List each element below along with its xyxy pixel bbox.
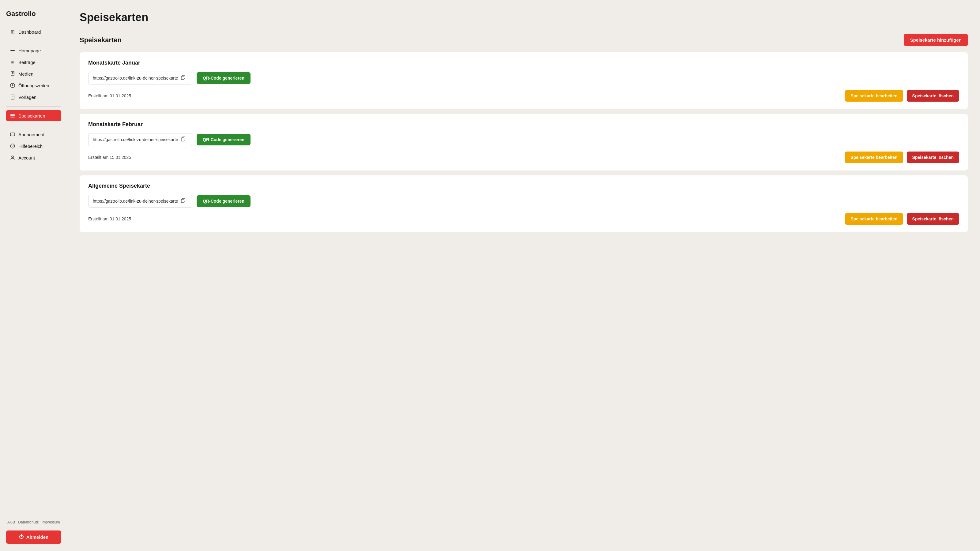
oeffnungszeiten-icon (10, 83, 15, 88)
brand-logo: Gastrolio (6, 10, 61, 18)
svg-rect-4 (12, 72, 13, 73)
sidebar-bottom: AGB Datenschutz Impressum Abmelden (6, 518, 61, 544)
svg-point-19 (12, 156, 13, 158)
sidebar-item-label-beitraege: Beiträge (18, 60, 35, 65)
sidebar-nav: ⊞ Dashboard Homepage ≡ Beiträge Medien (6, 26, 61, 518)
homepage-icon (10, 48, 15, 53)
svg-rect-14 (10, 117, 15, 118)
menu-card-footer-januar: Erstellt am 01.01.2025 Speisekarte bearb… (88, 90, 959, 102)
sidebar-item-hilfebereich[interactable]: ? Hilfebereich (6, 140, 61, 151)
copy-icon-allgemein[interactable] (181, 198, 186, 204)
sidebar-divider-1 (6, 41, 61, 41)
delete-button-januar[interactable]: Speisekarte löschen (907, 90, 959, 102)
sidebar-item-medien[interactable]: Medien (6, 68, 61, 79)
url-text-allgemein: https://gastrolio.de/link-zu-deiner-spei… (93, 198, 178, 203)
sidebar-item-label-homepage: Homepage (18, 48, 41, 53)
svg-rect-21 (181, 76, 184, 79)
speisekarten-icon (10, 113, 15, 119)
menu-card-title-februar: Monatskarte Februar (88, 121, 959, 128)
svg-line-8 (13, 86, 13, 86)
menu-card-actions-allgemein: Speisekarte bearbeiten Speisekarte lösch… (845, 213, 959, 225)
main-content: Speisekarten Speisekarten Speisekarte hi… (67, 0, 980, 551)
section-title: Speisekarten (80, 36, 122, 44)
menu-card-footer-februar: Erstellt am 15.01.2025 Speisekarte bearb… (88, 151, 959, 163)
svg-rect-25 (181, 199, 184, 203)
copy-icon-januar[interactable] (181, 75, 186, 81)
svg-rect-16 (10, 134, 15, 134)
url-row-februar: https://gastrolio.de/link-zu-deiner-spei… (88, 133, 959, 146)
delete-button-allgemein[interactable]: Speisekarte löschen (907, 213, 959, 225)
account-icon (10, 155, 15, 160)
sidebar-item-homepage[interactable]: Homepage (6, 45, 61, 56)
edit-button-januar[interactable]: Speisekarte bearbeiten (845, 90, 903, 102)
edit-button-februar[interactable]: Speisekarte bearbeiten (845, 151, 903, 163)
abonnement-icon (10, 132, 15, 137)
footer-link-datenschutz[interactable]: Datenschutz (18, 520, 38, 524)
url-row-allgemein: https://gastrolio.de/link-zu-deiner-spei… (88, 195, 959, 208)
url-box-februar: https://gastrolio.de/link-zu-deiner-spei… (88, 133, 192, 146)
logout-button[interactable]: Abmelden (6, 530, 61, 544)
sidebar-item-label-hilfebereich: Hilfebereich (18, 144, 43, 149)
sidebar-item-label-speisekarten: Speisekarten (18, 113, 45, 119)
url-row-januar: https://gastrolio.de/link-zu-deiner-spei… (88, 71, 959, 84)
url-text-januar: https://gastrolio.de/link-zu-deiner-spei… (93, 76, 178, 81)
sidebar-item-account[interactable]: Account (6, 152, 61, 163)
sidebar-item-oeffnungszeiten[interactable]: Öffnungszeiten (6, 80, 61, 91)
hilfebereich-icon: ? (10, 143, 15, 149)
medien-icon (10, 71, 15, 76)
sidebar-item-dashboard[interactable]: ⊞ Dashboard (6, 26, 61, 37)
sidebar-item-speisekarten[interactable]: Speisekarten (6, 110, 61, 121)
sidebar-divider-2 (6, 106, 61, 106)
menu-card-title-allgemein: Allgemeine Speisekarte (88, 183, 959, 189)
svg-rect-2 (10, 52, 15, 52)
menu-card-actions-januar: Speisekarte bearbeiten Speisekarte lösch… (845, 90, 959, 102)
svg-rect-0 (10, 49, 15, 49)
menu-card-date-februar: Erstellt am 15.01.2025 (88, 155, 131, 160)
edit-button-allgemein[interactable]: Speisekarte bearbeiten (845, 213, 903, 225)
sidebar-item-vorlagen[interactable]: Vorlagen (6, 92, 61, 103)
sidebar-item-label-dashboard: Dashboard (18, 29, 41, 35)
svg-rect-5 (12, 73, 13, 74)
beitraege-icon: ≡ (10, 59, 15, 65)
sidebar-item-label-vorlagen: Vorlagen (18, 95, 37, 100)
dashboard-icon: ⊞ (10, 29, 15, 35)
menu-card-actions-februar: Speisekarte bearbeiten Speisekarte lösch… (845, 151, 959, 163)
menu-card-footer-allgemein: Erstellt am 01.01.2025 Speisekarte bearb… (88, 213, 959, 225)
page-title: Speisekarten (80, 11, 968, 24)
svg-text:?: ? (12, 144, 14, 148)
delete-button-februar[interactable]: Speisekarte löschen (907, 151, 959, 163)
add-speisekarte-button[interactable]: Speisekarte hinzufügen (904, 34, 968, 46)
menu-card-date-allgemein: Erstellt am 01.01.2025 (88, 216, 131, 221)
menu-card-allgemeine-speisekarte: Allgemeine Speisekarte https://gastrolio… (80, 175, 968, 232)
copy-icon-februar[interactable] (181, 137, 186, 143)
sidebar: Gastrolio ⊞ Dashboard Homepage ≡ Beiträg… (0, 0, 67, 551)
url-box-allgemein: https://gastrolio.de/link-zu-deiner-spei… (88, 195, 192, 208)
svg-rect-12 (10, 114, 15, 115)
qr-button-allgemein[interactable]: QR-Code generieren (197, 195, 250, 207)
menu-card-monatskarte-januar: Monatskarte Januar https://gastrolio.de/… (80, 52, 968, 109)
menu-card-monatskarte-februar: Monatskarte Februar https://gastrolio.de… (80, 114, 968, 170)
svg-rect-13 (10, 115, 15, 116)
svg-rect-1 (10, 50, 15, 51)
sidebar-item-abonnement[interactable]: Abonnement (6, 129, 61, 140)
sidebar-item-label-oeffnungszeiten: Öffnungszeiten (18, 83, 49, 88)
vorlagen-icon (10, 94, 15, 100)
menu-card-date-januar: Erstellt am 01.01.2025 (88, 94, 131, 98)
sidebar-item-beitraege[interactable]: ≡ Beiträge (6, 57, 61, 68)
footer-links: AGB Datenschutz Impressum (6, 518, 61, 527)
section-header: Speisekarten Speisekarte hinzufügen (80, 34, 968, 46)
url-text-februar: https://gastrolio.de/link-zu-deiner-spei… (93, 137, 178, 142)
logout-label: Abmelden (26, 535, 49, 540)
sidebar-item-label-abonnement: Abonnement (18, 132, 45, 137)
menu-card-title-januar: Monatskarte Januar (88, 60, 959, 66)
sidebar-divider-3 (6, 125, 61, 125)
footer-link-impressum[interactable]: Impressum (41, 520, 60, 524)
svg-rect-23 (181, 138, 184, 141)
power-icon (19, 534, 24, 540)
footer-link-agb[interactable]: AGB (7, 520, 15, 524)
qr-button-februar[interactable]: QR-Code generieren (197, 134, 250, 145)
qr-button-januar[interactable]: QR-Code generieren (197, 72, 250, 84)
url-box-januar: https://gastrolio.de/link-zu-deiner-spei… (88, 71, 192, 84)
sidebar-item-label-account: Account (18, 155, 35, 160)
sidebar-item-label-medien: Medien (18, 71, 33, 76)
